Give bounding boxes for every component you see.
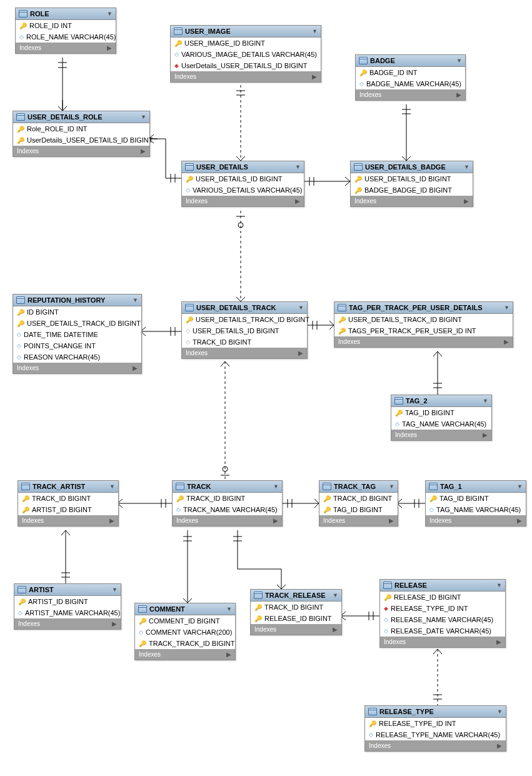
entity-release_type[interactable]: RELEASE_TYPE▼🔑RELEASE_TYPE_ID INT◇RELEAS… [364, 705, 506, 752]
indexes-section[interactable]: Indexes▶ [182, 348, 307, 358]
chevron-down-icon[interactable]: ▼ [141, 114, 146, 120]
indexes-section[interactable]: Indexes▶ [380, 637, 505, 647]
entity-header[interactable]: TRACK_ARTIST▼ [18, 481, 118, 493]
chevron-down-icon[interactable]: ▼ [295, 164, 301, 170]
indexes-section[interactable]: Indexes▶ [356, 89, 465, 100]
chevron-down-icon[interactable]: ▼ [464, 164, 469, 170]
indexes-section[interactable]: Indexes▶ [135, 649, 235, 660]
entity-header[interactable]: USER_DETAILS_TRACK▼ [182, 302, 307, 314]
svg-point-19 [238, 223, 243, 228]
entity-header[interactable]: REPUTATION_HISTORY▼ [13, 295, 141, 306]
entity-header[interactable]: USER_DETAILS_BADGE▼ [351, 161, 473, 173]
entity-artist[interactable]: ARTIST▼🔑ARTIST_ID BIGINT◇ARTIST_NAME VAR… [14, 583, 121, 630]
key-icon: 🔑 [354, 176, 362, 183]
entity-header[interactable]: TRACK_RELEASE▼ [251, 590, 341, 602]
column: 🔑Role_ROLE_ID INT [13, 123, 149, 134]
entity-header[interactable]: ARTIST▼ [14, 584, 121, 596]
column-list: 🔑TRACK_ID BIGINT◇TRACK_NAME VARCHAR(45) [173, 493, 282, 515]
indexes-section[interactable]: Indexes▶ [351, 196, 473, 206]
key-icon: 🔑 [176, 495, 184, 502]
chevron-down-icon[interactable]: ▼ [109, 483, 115, 490]
entity-header[interactable]: USER_DETAILS▼ [182, 161, 304, 173]
indexes-section[interactable]: Indexes▶ [391, 430, 491, 440]
indexes-label: Indexes [429, 517, 451, 524]
indexes-section[interactable]: Indexes▶ [251, 624, 341, 635]
entity-user_details_track[interactable]: USER_DETAILS_TRACK▼🔑USER_DETAILS_TRACK_I… [181, 301, 308, 359]
entity-tag_2[interactable]: TAG_2▼🔑TAG_ID BIGINT◇TAG_NAME VARCHAR(45… [391, 395, 492, 441]
chevron-down-icon[interactable]: ▼ [483, 398, 488, 404]
entity-user_image[interactable]: USER_IMAGE▼🔑USER_IMAGE_ID BIGINT◇VARIOUS… [170, 25, 321, 83]
column: 🔑TRACK_ID BIGINT [251, 602, 341, 613]
indexes-section[interactable]: Indexes▶ [365, 740, 506, 751]
entity-header[interactable]: RELEASE▼ [380, 580, 505, 592]
entity-track_release[interactable]: TRACK_RELEASE▼🔑TRACK_ID BIGINT🔑RELEASE_I… [250, 589, 342, 635]
indexes-label: Indexes [354, 198, 376, 204]
indexes-section[interactable]: Indexes▶ [14, 618, 121, 629]
entity-header[interactable]: TAG_2▼ [391, 395, 491, 407]
entity-track[interactable]: TRACK▼🔑TRACK_ID BIGINT◇TRACK_NAME VARCHA… [172, 480, 283, 527]
entity-header[interactable]: COMMENT▼ [135, 603, 235, 615]
indexes-section[interactable]: Indexes▶ [171, 71, 321, 82]
column-text: ARTIST_ID BIGINT [28, 598, 88, 605]
indexes-section[interactable]: Indexes▶ [319, 515, 398, 526]
entity-header[interactable]: BADGE▼ [356, 55, 465, 67]
entity-header[interactable]: TRACK▼ [173, 481, 282, 493]
chevron-down-icon[interactable]: ▼ [107, 11, 113, 17]
entity-tag_per_track_per_user_details[interactable]: TAG_PER_TRACK_PER_USER_DETAILS▼🔑USER_DET… [334, 301, 513, 348]
column-text: TAG_NAME VARCHAR(45) [436, 506, 521, 513]
entity-track_tag[interactable]: TRACK_TAG▼🔑TRACK_ID BIGINT🔑TAG_ID BIGINT… [319, 480, 398, 527]
chevron-down-icon[interactable]: ▼ [504, 305, 509, 311]
key-icon: 🔑 [254, 604, 262, 611]
entity-title: TRACK_RELEASE [265, 592, 326, 599]
entity-badge[interactable]: BADGE▼🔑BADGE_ID INT◇BADGE_NAME VARCHAR(4… [355, 54, 466, 101]
indexes-section[interactable]: Indexes▶ [13, 146, 149, 156]
entity-user_details[interactable]: USER_DETAILS▼🔑USER_DETAILS_ID BIGINT◇VAR… [181, 161, 304, 207]
entity-header[interactable]: RELEASE_TYPE▼ [365, 706, 506, 718]
table-icon [174, 28, 183, 35]
chevron-down-icon[interactable]: ▼ [112, 587, 118, 593]
chevron-down-icon[interactable]: ▼ [298, 305, 304, 311]
entity-user_details_role[interactable]: USER_DETAILS_ROLE▼🔑Role_ROLE_ID INT🔑User… [13, 111, 150, 157]
entity-track_artist[interactable]: TRACK_ARTIST▼🔑TRACK_ID BIGINT🔑ARTIST_ID … [18, 480, 119, 527]
chevron-down-icon[interactable]: ▼ [273, 483, 279, 490]
chevron-down-icon[interactable]: ▼ [312, 28, 318, 34]
entity-reputation_history[interactable]: REPUTATION_HISTORY▼🔑ID BIGINT🔑USER_DETAI… [13, 294, 142, 374]
column: 🔑ROLE_ID INT [16, 20, 116, 31]
indexes-section[interactable]: Indexes▶ [18, 515, 118, 526]
entity-header[interactable]: TAG_PER_TRACK_PER_USER_DETAILS▼ [334, 302, 513, 314]
column: 🔑USER_DETAILS_ID BIGINT [182, 173, 304, 184]
chevron-down-icon[interactable]: ▼ [456, 58, 462, 64]
indexes-section[interactable]: Indexes▶ [182, 196, 304, 206]
chevron-down-icon[interactable]: ▼ [497, 708, 503, 715]
chevron-down-icon[interactable]: ▼ [226, 606, 232, 612]
indexes-section[interactable]: Indexes▶ [173, 515, 282, 526]
entity-header[interactable]: ROLE▼ [16, 8, 116, 20]
chevron-right-icon: ▶ [483, 431, 488, 438]
indexes-section[interactable]: Indexes▶ [334, 336, 513, 347]
table-icon [354, 163, 363, 171]
chevron-down-icon[interactable]: ▼ [133, 297, 138, 303]
entity-header[interactable]: TAG_1▼ [426, 481, 526, 493]
entity-release[interactable]: RELEASE▼🔑RELEASE_ID BIGINT◆RELEASE_TYPE_… [379, 579, 506, 648]
key-icon: 🔑 [323, 506, 331, 513]
key-icon: 🔑 [384, 594, 391, 601]
indexes-section[interactable]: Indexes▶ [13, 363, 141, 373]
column-text: UserDetails_USER_DETAILS_ID BIGINT [27, 136, 153, 144]
chevron-down-icon[interactable]: ▼ [389, 483, 394, 490]
entity-header[interactable]: USER_IMAGE▼ [171, 26, 321, 38]
indexes-label: Indexes [359, 91, 381, 98]
column-list: 🔑USER_DETAILS_TRACK_ID BIGINT◇USER_DETAI… [182, 314, 307, 348]
entity-user_details_badge[interactable]: USER_DETAILS_BADGE▼🔑USER_DETAILS_ID BIGI… [350, 161, 473, 207]
chevron-down-icon[interactable]: ▼ [333, 592, 338, 598]
chevron-down-icon[interactable]: ▼ [517, 483, 523, 490]
entity-header[interactable]: TRACK_TAG▼ [319, 481, 398, 493]
entity-header[interactable]: USER_DETAILS_ROLE▼ [13, 111, 149, 123]
column: ◇BADGE_NAME VARCHAR(45) [356, 78, 465, 89]
entity-tag_1[interactable]: TAG_1▼🔑TAG_ID BIGINT◇TAG_NAME VARCHAR(45… [425, 480, 526, 527]
entity-role[interactable]: ROLE▼🔑ROLE_ID INT◇ROLE_NAME VARCHAR(45)I… [15, 8, 116, 54]
entity-comment[interactable]: COMMENT▼🔑COMMENT_ID BIGINT◇COMMENT VARCH… [134, 603, 236, 660]
indexes-section[interactable]: Indexes▶ [16, 43, 116, 53]
key-icon: 🔑 [139, 618, 146, 625]
indexes-section[interactable]: Indexes▶ [426, 515, 526, 526]
chevron-down-icon[interactable]: ▼ [496, 582, 502, 588]
